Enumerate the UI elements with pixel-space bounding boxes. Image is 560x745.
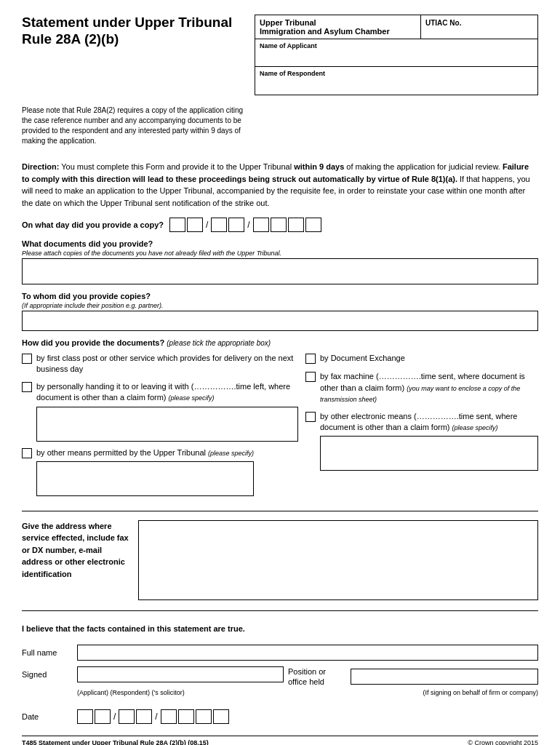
sign-date-box-m2[interactable] xyxy=(136,709,152,724)
personally-checkbox[interactable] xyxy=(22,382,32,392)
sign-date-box-m1[interactable] xyxy=(119,709,135,724)
respondent-input[interactable] xyxy=(260,79,533,87)
whom-input[interactable] xyxy=(22,311,538,331)
left-col: by first class post or other service whi… xyxy=(22,353,305,502)
address-label: Give the address where service effected,… xyxy=(22,520,131,600)
position-block: Position or office held xyxy=(288,666,538,688)
date-box-y3[interactable] xyxy=(288,218,304,232)
first-class-checkbox[interactable] xyxy=(22,354,32,364)
date-box-y1[interactable] xyxy=(253,218,269,232)
applicant-row: Name of Applicant xyxy=(255,39,537,67)
form-info-block: Upper Tribunal Immigration and Asylum Ch… xyxy=(255,15,538,95)
checkbox-personally: by personally handing it to or leaving i… xyxy=(22,381,298,442)
documents-section: What documents did you provide? Please a… xyxy=(22,239,538,284)
checkbox-other-means: by other means permitted by the Upper Tr… xyxy=(22,447,298,496)
date-boxes: / / xyxy=(169,218,321,232)
right-col: by Document Exchange by fax machine (………… xyxy=(305,353,538,502)
tribunal-header: Upper Tribunal Immigration and Asylum Ch… xyxy=(255,15,537,39)
date-box-d2[interactable] xyxy=(187,218,203,232)
date-box-y4[interactable] xyxy=(305,218,321,232)
applicant-input[interactable] xyxy=(260,51,533,60)
sign-date-box-d1[interactable] xyxy=(77,709,93,724)
checkbox-first-class: by first class post or other service whi… xyxy=(22,353,298,375)
date-question-row: On what day did you provide a copy? / / xyxy=(22,218,538,232)
divider-1 xyxy=(22,511,538,511)
full-name-row: Full name xyxy=(22,645,538,661)
date-box-y2[interactable] xyxy=(271,218,287,232)
other-means-specify-box[interactable] xyxy=(36,461,254,496)
notes-row: (Applicant) (Respondent) ('s solicitor) … xyxy=(22,689,538,702)
note-block: Please note that Rule 28A(2) requires a … xyxy=(22,105,247,146)
date-box-m1[interactable] xyxy=(211,218,227,232)
whom-section: To whom did you provide copies? (If appr… xyxy=(22,292,538,331)
electronic-specify-box[interactable] xyxy=(320,436,538,471)
document-exchange-checkbox[interactable] xyxy=(305,354,316,364)
position-input[interactable] xyxy=(351,669,538,685)
truth-statement: I believe that the facts contained in th… xyxy=(22,620,538,637)
sign-date-box-d2[interactable] xyxy=(95,709,111,724)
address-input[interactable] xyxy=(138,520,538,600)
date-row: Date / / xyxy=(22,709,538,724)
signed-block: Signed xyxy=(22,666,284,682)
respondent-row: Name of Respondent xyxy=(255,67,537,95)
footer: T485 Statement under Upper Tribunal Rule… xyxy=(22,736,538,745)
personally-specify-box[interactable] xyxy=(36,407,298,442)
date-box-m2[interactable] xyxy=(228,218,244,232)
checkbox-fax: by fax machine (…………….time sent, where d… xyxy=(305,371,538,405)
delivery-options: by first class post or other service whi… xyxy=(22,353,538,502)
full-name-input[interactable] xyxy=(77,645,538,661)
fax-checkbox[interactable] xyxy=(305,372,316,382)
sign-date-box-y2[interactable] xyxy=(178,709,194,724)
other-means-checkbox[interactable] xyxy=(22,448,32,458)
direction-block: Direction: You must complete this Form a… xyxy=(22,161,538,209)
signed-position-container: Signed Position or office held xyxy=(22,666,538,688)
page-header: Statement under Upper Tribunal Rule 28A … xyxy=(22,15,538,95)
divider-2 xyxy=(22,610,538,611)
how-question: How did you provide the documents? (plea… xyxy=(22,338,538,347)
checkbox-document-exchange: by Document Exchange xyxy=(305,353,538,364)
sign-date-box-y1[interactable] xyxy=(161,709,177,724)
tribunal-name: Upper Tribunal Immigration and Asylum Ch… xyxy=(255,15,421,39)
utiac-no: UTIAC No. xyxy=(421,15,537,39)
page-title: Statement under Upper Tribunal Rule 28A … xyxy=(22,15,243,48)
address-section: Give the address where service effected,… xyxy=(22,520,538,600)
checkbox-electronic: by other electronic means (…………….time se… xyxy=(305,411,538,471)
sign-date-box-y3[interactable] xyxy=(196,709,212,724)
sign-date-boxes: / / xyxy=(77,709,229,724)
signed-input[interactable] xyxy=(77,666,284,682)
title-block: Statement under Upper Tribunal Rule 28A … xyxy=(22,15,255,95)
documents-input[interactable] xyxy=(22,258,538,284)
date-box-d1[interactable] xyxy=(169,218,185,232)
electronic-checkbox[interactable] xyxy=(305,412,316,422)
sign-date-box-y4[interactable] xyxy=(213,709,229,724)
